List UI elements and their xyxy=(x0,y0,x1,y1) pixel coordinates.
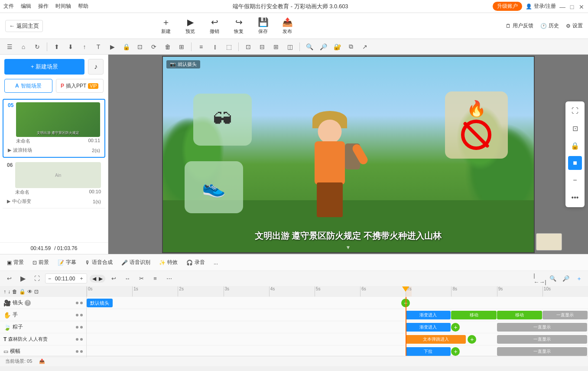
more-canvas-button[interactable]: ••• xyxy=(568,191,582,205)
history-button[interactable]: 🕐 历史 xyxy=(540,22,559,29)
hand-block-1[interactable]: 渐变进入 xyxy=(406,311,451,319)
curtain-eye[interactable] xyxy=(80,350,83,353)
fit-button[interactable]: ↔ xyxy=(122,273,133,284)
zongzi-block-2[interactable]: 一直显示 xyxy=(497,323,587,332)
publish-button[interactable]: 📤 发布 xyxy=(277,15,298,36)
special-button[interactable]: ✨ 特效 xyxy=(156,257,181,267)
save-button[interactable]: 💾 保存 xyxy=(253,15,273,36)
ai-scene-button[interactable]: A 智能场景 xyxy=(4,79,52,93)
caption-button[interactable]: 📝 字幕 xyxy=(54,257,80,267)
filter-button[interactable]: ≡ xyxy=(149,273,161,284)
lock2-icon[interactable]: 🔐 xyxy=(331,41,343,53)
grid-icon[interactable]: ⊞ xyxy=(175,41,188,53)
more-tl-button[interactable]: ... xyxy=(210,258,221,267)
play-icon[interactable]: ▶ xyxy=(106,41,118,53)
scene-thumbnail-preview[interactable] xyxy=(536,233,562,251)
blue-square-button[interactable]: ■ xyxy=(568,156,582,170)
more3-icon[interactable]: ⊞ xyxy=(270,41,282,53)
zoom-minus-tl-button[interactable]: 🔍 xyxy=(547,273,559,284)
zongzi-dot[interactable] xyxy=(76,326,78,329)
record-button[interactable]: 🎧 录音 xyxy=(183,257,208,267)
minus-button[interactable]: − xyxy=(568,173,582,187)
more2-icon[interactable]: ⊟ xyxy=(256,41,268,53)
zongzi-add-button[interactable]: + xyxy=(451,323,460,332)
canvas-frame[interactable]: 🕶 👟 🔥 📷 就认摄头 文明出游 遵守景区防火规定 不携带火种进入山林 ▼ xyxy=(162,56,535,253)
duplicate-icon[interactable]: ⧉ xyxy=(345,41,357,53)
fullscreen-button[interactable]: ⛶ xyxy=(568,104,582,118)
new-scene-button[interactable]: + 新建场景 xyxy=(4,59,84,75)
lens-dot[interactable] xyxy=(76,302,78,304)
rotate-icon[interactable]: ↻ xyxy=(31,41,43,53)
split-button[interactable]: ✂ xyxy=(136,273,147,284)
prev-button[interactable]: ⊡ 前景 xyxy=(29,257,52,267)
lock-row-icon[interactable]: 🔒 xyxy=(19,289,26,295)
hand-block-2[interactable]: 移动 xyxy=(451,311,496,319)
align-up-icon[interactable]: ↑ xyxy=(78,41,91,53)
curtain-dot[interactable] xyxy=(76,350,78,353)
move-down-icon[interactable]: ↓ xyxy=(8,289,10,295)
back-home-button[interactable]: ← 返回主页 xyxy=(5,20,43,32)
hand-eye[interactable] xyxy=(80,314,83,316)
rotate2-icon[interactable]: ⟳ xyxy=(148,41,160,53)
vis-icon[interactable]: 👁 xyxy=(27,289,32,295)
menu-help[interactable]: 帮助 xyxy=(78,3,88,10)
copy-row-icon[interactable]: ⊡ xyxy=(34,289,39,295)
maximize-button[interactable]: □ xyxy=(569,3,575,10)
new-button[interactable]: ＋ 新建 xyxy=(156,15,176,36)
menu-edit[interactable]: 编辑 xyxy=(21,3,31,10)
settings-button[interactable]: ⚙ 设置 xyxy=(566,22,583,29)
zoom-out-icon[interactable]: 🔍 xyxy=(303,41,315,53)
scene-item-05[interactable]: 05 文明出游 遵守景区防火规定 未命名 00:11 ▶ 波浪转场 2( xyxy=(3,99,105,158)
align-top-icon[interactable]: ⬆ xyxy=(51,41,63,53)
hand-dot[interactable] xyxy=(76,314,78,316)
more-tc-button[interactable]: ⋯ xyxy=(163,273,175,284)
menu-operate[interactable]: 操作 xyxy=(38,3,49,10)
zoom-plus-tl-button[interactable]: 🔎 xyxy=(560,273,572,284)
text-icon[interactable]: T xyxy=(92,41,104,53)
login-button[interactable]: 👤 登录/注册 xyxy=(526,3,556,10)
minimize-button[interactable]: — xyxy=(559,3,565,10)
align-left-icon[interactable]: ☰ xyxy=(3,41,16,53)
curtain-block-2[interactable]: 一直显示 xyxy=(497,347,587,356)
space-icon[interactable]: ⬚ xyxy=(223,41,235,53)
voice-synth-button[interactable]: 🎙 语音合成 xyxy=(81,257,116,267)
lock-icon[interactable]: 🔒 xyxy=(120,41,132,53)
feedback-button[interactable]: 🗒 用户反馈 xyxy=(506,22,533,29)
bg-button[interactable]: ▣ 背景 xyxy=(3,257,27,267)
lens-add-button[interactable]: + xyxy=(401,299,410,307)
home-icon[interactable]: ⌂ xyxy=(17,41,29,53)
text-block-2[interactable]: 一直显示 xyxy=(497,335,587,344)
preview-button[interactable]: ▶ 预览 xyxy=(180,15,201,36)
speed-toggle[interactable]: ◀ ▶ xyxy=(90,275,105,283)
default-lens-block[interactable]: 默认镜头 xyxy=(87,299,113,307)
text-block-1[interactable]: 文本弹跳进入 xyxy=(406,335,466,344)
menu-file[interactable]: 文件 xyxy=(3,3,14,10)
zongzi-block-1[interactable]: 渐变进入 xyxy=(406,323,451,332)
hand-block-3[interactable]: 移动 xyxy=(497,311,542,319)
export-icon[interactable]: ↗ xyxy=(359,41,371,53)
delete-row-icon[interactable]: 🗑 xyxy=(12,289,17,295)
more1-icon[interactable]: ⊡ xyxy=(242,41,254,53)
redo-button[interactable]: ↪ 恢复 xyxy=(228,15,249,36)
loop-button[interactable]: ↩ xyxy=(108,273,119,284)
help-icon[interactable]: ? xyxy=(25,300,31,306)
text-eye[interactable] xyxy=(80,338,83,341)
voice-rec-button[interactable]: 🎤 语音识别 xyxy=(118,257,154,267)
zoom-in-icon[interactable]: 🔎 xyxy=(317,41,329,53)
text-dot[interactable] xyxy=(76,338,78,341)
lock-canvas-button[interactable]: 🔒 xyxy=(568,139,582,153)
play-tl-button[interactable]: ▶ xyxy=(17,273,29,284)
close-button[interactable]: ✕ xyxy=(578,3,585,10)
play-transition-icon[interactable]: ▶ xyxy=(8,147,11,153)
more4-icon[interactable]: ◫ xyxy=(284,41,296,53)
move-up-icon[interactable]: ↑ xyxy=(3,289,6,295)
insert-ppt-button[interactable]: P 插入PPT VIP xyxy=(56,79,104,93)
undo-button[interactable]: ↩ 撤销 xyxy=(204,15,225,36)
zongzi-eye[interactable] xyxy=(80,326,83,329)
upgrade-button[interactable]: 升级账户 xyxy=(493,2,522,11)
minus-time-btn[interactable]: − xyxy=(48,276,51,282)
scene-item-06[interactable]: 06 Ain 未命名 00:10 ▶ 中心渐变 1(s) xyxy=(3,159,105,208)
curtain-block-1[interactable]: 下拉 xyxy=(406,347,451,356)
curtain-add-button[interactable]: + xyxy=(451,347,460,356)
music-button[interactable]: ♪ xyxy=(88,59,104,75)
